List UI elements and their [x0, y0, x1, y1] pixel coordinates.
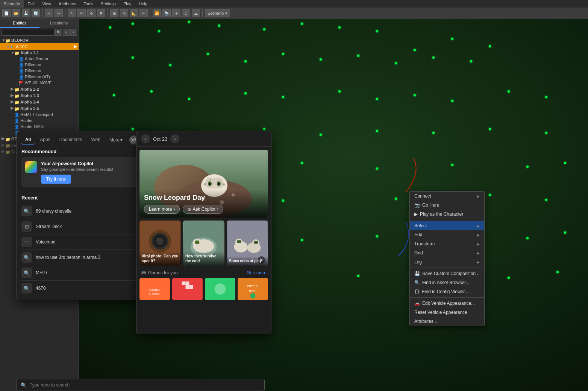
game-card-3[interactable]	[205, 278, 235, 300]
toolbar-signal[interactable]: 📶	[153, 9, 161, 17]
toolbar-undo[interactable]: ↩	[45, 9, 53, 17]
ctx-edit-appearance[interactable]: 🚗 Edit Vehicle Appearance...	[410, 299, 484, 308]
toolbar-draw[interactable]: ✏	[139, 9, 148, 17]
ctx-transform[interactable]: Transform ▶	[410, 239, 484, 248]
toolbar-move[interactable]: ↖	[68, 9, 76, 17]
ctx-play-character[interactable]: ▶ Play as the Character	[410, 210, 484, 219]
sub-news-card-2[interactable]: How they survive the cold	[183, 221, 224, 266]
search-tab-apps[interactable]: Apps	[36, 135, 54, 145]
toolbar-save[interactable]: 💾	[22, 9, 30, 17]
recent-item[interactable]: 🔍how to use 3rd person in arma 3	[21, 250, 147, 265]
toolbar-redo[interactable]: ↪	[55, 9, 63, 17]
svg-rect-44	[182, 281, 186, 285]
ctx-find-config[interactable]: {} Find in Config Viewer...	[410, 287, 484, 296]
learn-more-button[interactable]: Learn more ›	[144, 205, 180, 214]
main-news-card[interactable]: Snow Leopard Day Learn more › ⊙ Ask Copi…	[139, 150, 268, 218]
next-date-button[interactable]: ›	[170, 134, 179, 143]
entity-search-input[interactable]	[2, 29, 55, 36]
ctx-log[interactable]: Log ▶	[410, 257, 484, 266]
game-card-1[interactable]: BUBBLE SHOOTER	[139, 278, 170, 300]
tree-item[interactable]: 👤HEMTT Transport	[0, 111, 79, 117]
toolbar-place[interactable]: ✛	[87, 9, 95, 17]
tree-item[interactable]: 👤Hunter GMG	[0, 123, 79, 129]
try-it-now-button[interactable]: Try it now	[41, 175, 71, 184]
tab-locations[interactable]: Locations	[39, 19, 79, 28]
menu-help[interactable]: Help	[135, 0, 151, 8]
recent-item[interactable]: ⊞Stream Deck	[21, 219, 147, 234]
tree-item[interactable]: 👤Hunter	[0, 117, 79, 123]
menu-attributes[interactable]: Attributes	[55, 0, 80, 8]
ctx-find-asset[interactable]: 🔍 Find in Asset Browser...	[410, 278, 484, 287]
ctx-attributes[interactable]: Attributes...	[410, 317, 484, 326]
sub-news-row: Viral photo: Can you spot it? How they s…	[139, 221, 268, 266]
tree-item-label: A-10C	[16, 44, 27, 49]
tree-item[interactable]: ▶📁Alpha 1-5	[0, 105, 79, 111]
toolbar-sun[interactable]: ☀	[172, 9, 180, 17]
svg-point-35	[239, 240, 241, 243]
tree-item[interactable]: ▶📁Alpha 1-4	[0, 99, 79, 105]
search-tab-more[interactable]: More ▾	[106, 135, 126, 145]
menu-edit[interactable]: Edit	[24, 0, 38, 8]
ctx-reset-appearance[interactable]: Reset Vehicle Appearance	[410, 308, 484, 317]
menu-scenario[interactable]: Scenario	[0, 0, 24, 8]
ctx-edit[interactable]: Edit ▶	[410, 230, 484, 239]
toolbar-compass[interactable]: ◎	[120, 9, 128, 17]
ctx-grid[interactable]: Grid ▶	[410, 248, 484, 257]
tree-item[interactable]: ▶📁Alpha 1-2	[0, 86, 79, 92]
ctx-select[interactable]: Select ▶	[410, 221, 484, 230]
news-header: ‹ Oct 23 ›	[136, 131, 271, 147]
svg-point-22	[157, 238, 159, 240]
tab-entities[interactable]: Entities	[0, 19, 39, 28]
recent-item[interactable]: 🔍4670	[21, 281, 147, 296]
game-card-4[interactable]: CUT THE ROPE	[238, 278, 268, 300]
tree-item[interactable]: 👤Autorifleman	[0, 56, 79, 62]
search-filter-button[interactable]: ≡	[63, 29, 70, 36]
toolbar-scenario-dropdown[interactable]: Scenario ▾	[205, 9, 230, 17]
search-add-button[interactable]: +	[70, 29, 77, 36]
search-tab-documents[interactable]: Documents	[56, 135, 86, 145]
search-tab-all[interactable]: All	[21, 135, 35, 145]
svg-point-28	[197, 240, 200, 244]
game-card-2[interactable]	[172, 278, 203, 300]
menu-play[interactable]: Play	[120, 0, 135, 8]
toolbar-time[interactable]: ⏱	[182, 9, 190, 17]
ctx-go-here[interactable]: 📷 Go Here	[410, 201, 484, 210]
tree-item[interactable]: ▼📁Alpha 1-1	[0, 50, 79, 56]
toolbar-signal2[interactable]: 📡	[162, 9, 171, 17]
taskbar-search-icon: 🔍	[21, 382, 27, 388]
toolbar-measure[interactable]: 📐	[130, 9, 138, 17]
toolbar-rotate[interactable]: ⟳	[77, 9, 86, 17]
ctx-save-composition[interactable]: 💾 Save Custom Composition...	[410, 269, 484, 278]
menu-view[interactable]: View	[38, 0, 55, 8]
menu-tools[interactable]: Tools	[80, 0, 97, 8]
toolbar-grid[interactable]: ⊞	[110, 9, 118, 17]
main-news-buttons: Learn more › ⊙ Ask Copilot ›	[144, 205, 264, 214]
recent-item[interactable]: 〰Voicemod	[21, 234, 147, 250]
sub-news-card-1[interactable]: Viral photo: Can you spot it?	[139, 221, 181, 266]
toolbar-extra[interactable]: 🔄	[32, 9, 40, 17]
see-more-button[interactable]: See more	[247, 270, 267, 275]
tree-item[interactable]: ▶📁Alpha 1-3	[0, 92, 79, 99]
recent-item[interactable]: 🔍MH-9	[21, 265, 147, 281]
news-scroll[interactable]: Snow Leopard Day Learn more › ⊙ Ask Copi…	[136, 147, 271, 331]
svg-point-9	[218, 183, 220, 186]
ctx-connect[interactable]: Connect ▶	[410, 192, 484, 201]
toolbar-delete[interactable]: ✖	[97, 9, 105, 17]
prev-date-button[interactable]: ‹	[141, 134, 150, 143]
menu-settings[interactable]: Settings	[97, 0, 120, 8]
tree-item[interactable]: 👤Rifleman	[0, 62, 79, 68]
recent-item[interactable]: 🔍69 chevy chevelle	[21, 204, 147, 219]
search-tab-web[interactable]: Web	[87, 135, 104, 145]
toolbar-open[interactable]: 📂	[12, 9, 20, 17]
taskbar-search[interactable]: 🔍 Type here to search	[17, 379, 265, 391]
search-button[interactable]: 🔍	[55, 29, 62, 36]
tree-item[interactable]: ▼📁BLUFOR	[0, 37, 79, 43]
tree-item[interactable]: 👤Rifleman (AT)	[0, 74, 79, 80]
tree-item[interactable]: 👤Rifleman	[0, 68, 79, 74]
toolbar-new[interactable]: 📄	[2, 9, 11, 17]
ask-copilot-button[interactable]: ⊙ Ask Copilot ›	[183, 205, 223, 214]
tree-item[interactable]: 🚩WP #0: MOVE	[0, 80, 79, 86]
tree-item[interactable]: ▼✈A-10C▶	[0, 43, 79, 50]
sub-news-card-3[interactable]: Snow cubs at play	[227, 221, 268, 266]
toolbar-cloud[interactable]: ☁	[192, 9, 200, 17]
